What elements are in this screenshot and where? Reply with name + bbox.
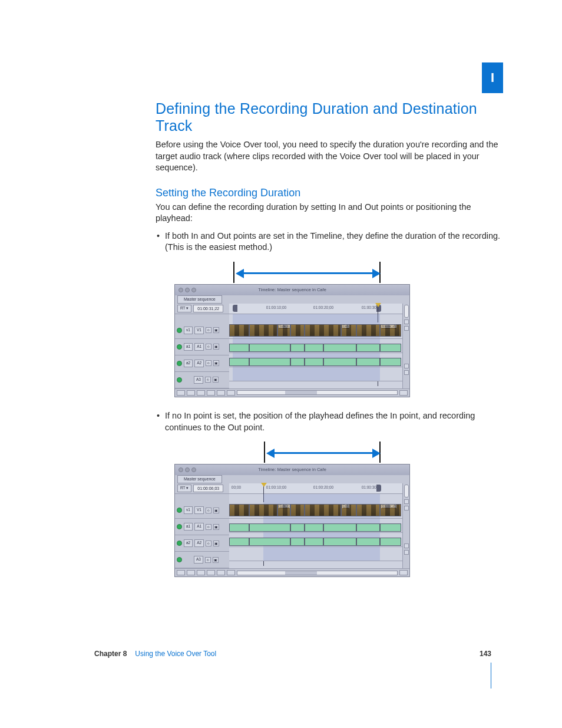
toolbar-button[interactable] <box>177 390 185 396</box>
lock-icon[interactable]: ⎋ <box>206 541 211 546</box>
video-clip[interactable] <box>305 324 341 337</box>
zoom-pill[interactable] <box>404 305 409 318</box>
video-clip[interactable] <box>356 504 380 516</box>
audio-clip[interactable]: Master shot <box>356 523 380 532</box>
audio-clip[interactable]: Debra enters caf <box>323 344 356 352</box>
toolbar-button[interactable] <box>399 570 408 575</box>
audio-track-lane-empty[interactable] <box>229 547 402 561</box>
video-clip[interactable]: Side m <box>277 504 290 516</box>
source-patch[interactable]: a1 <box>184 343 193 351</box>
toolbar-button[interactable] <box>207 570 215 575</box>
audio-clip[interactable]: Debra enters caf <box>323 523 356 532</box>
lock-icon[interactable]: ⎋ <box>206 360 211 366</box>
video-clip[interactable]: Side m <box>277 324 290 337</box>
mute-icon[interactable]: ▣ <box>213 524 219 530</box>
sequence-tab[interactable]: Master sequence <box>177 295 222 303</box>
visibility-toggle[interactable] <box>177 361 182 366</box>
timecode-field[interactable]: 01:00:06;03 <box>193 485 223 492</box>
audio-clip[interactable]: Debra sid <box>290 358 305 366</box>
dest-patch[interactable]: A3 <box>194 556 203 564</box>
audio-clip[interactable]: Debra MS <box>380 344 401 352</box>
rail-button[interactable] <box>404 543 409 548</box>
dest-patch[interactable]: A1 <box>194 523 204 531</box>
visibility-toggle[interactable] <box>177 541 182 546</box>
toolbar-button[interactable] <box>227 390 235 396</box>
lock-icon[interactable]: ⎋ <box>205 557 211 563</box>
out-point-marker[interactable] <box>376 485 381 492</box>
horizontal-scrollbar[interactable] <box>237 571 398 575</box>
lock-icon[interactable]: ⎋ <box>205 377 211 383</box>
video-clip[interactable] <box>249 324 277 337</box>
video-track-lane[interactable]: Side m Deb Master sh <box>229 502 402 519</box>
rt-button[interactable]: RT ▾ <box>177 485 191 492</box>
zoom-pill[interactable] <box>404 485 409 498</box>
audio-clip[interactable]: Side master shot (w <box>249 344 290 352</box>
video-clip[interactable] <box>229 504 249 516</box>
audio-clip[interactable]: Master shot <box>356 538 380 546</box>
dest-patch[interactable]: A3 <box>194 376 203 384</box>
video-clip[interactable] <box>249 504 277 516</box>
audio-clip[interactable]: Debra sidew <box>229 538 249 546</box>
audio-clip[interactable]: Master shot <box>356 358 380 366</box>
audio-clip[interactable]: Side master shot (w <box>249 358 290 366</box>
video-track-lane[interactable]: Side m Deb Master sh <box>229 322 402 339</box>
sequence-tab[interactable]: Master sequence <box>177 475 222 483</box>
mute-icon[interactable]: ▣ <box>213 508 219 513</box>
video-clip[interactable] <box>356 324 380 337</box>
audio-clip[interactable]: Debra enters caf <box>323 538 356 546</box>
audio-clip[interactable]: Debra MS <box>380 358 401 366</box>
mute-icon[interactable]: ▣ <box>213 557 219 563</box>
visibility-toggle[interactable] <box>177 508 182 513</box>
audio-clip[interactable]: Side master shot (w <box>249 523 290 532</box>
visibility-toggle[interactable] <box>177 377 182 383</box>
source-patch[interactable]: v1 <box>184 506 193 514</box>
lock-icon[interactable]: ⎋ <box>206 508 211 513</box>
audio-clip[interactable]: Debra MS <box>380 523 401 532</box>
video-clip[interactable] <box>305 504 341 516</box>
rail-button[interactable] <box>404 506 409 510</box>
toolbar-button[interactable] <box>197 570 205 575</box>
dest-patch[interactable]: A2 <box>194 539 204 547</box>
visibility-toggle[interactable] <box>177 328 182 333</box>
toolbar-button[interactable] <box>227 570 235 575</box>
mute-icon[interactable]: ▣ <box>213 327 219 333</box>
audio-clip[interactable]: Debra sidew <box>229 344 249 352</box>
audio-clip[interactable]: Debra enters caf <box>323 358 356 366</box>
mute-icon[interactable]: ▣ <box>213 344 219 350</box>
rail-button[interactable] <box>404 550 409 555</box>
toolbar-button[interactable] <box>187 390 195 396</box>
rt-button[interactable]: RT ▾ <box>177 305 191 312</box>
rail-button[interactable] <box>404 364 409 368</box>
audio-clip[interactable]: Jacob react <box>305 538 323 546</box>
dest-patch[interactable]: V1 <box>194 327 204 334</box>
video-clip[interactable] <box>290 324 305 337</box>
video-clip[interactable]: Deb <box>341 324 356 337</box>
timecode-field[interactable]: 01:00:31;22 <box>193 305 223 312</box>
audio-clip[interactable]: Debra sid <box>290 538 305 546</box>
toolbar-button[interactable] <box>217 570 225 575</box>
audio-clip[interactable]: Debra sid <box>290 523 305 532</box>
toolbar-button[interactable] <box>197 390 205 396</box>
audio-track-lane[interactable]: Debra sidew Side master shot (w Debra si… <box>229 533 402 547</box>
video-clip[interactable]: Deb <box>341 504 356 516</box>
toolbar-button[interactable] <box>187 570 195 575</box>
visibility-toggle[interactable] <box>177 557 182 562</box>
audio-track-lane[interactable]: Debra sidew Side master shot (w Debra si… <box>229 339 402 353</box>
visibility-toggle[interactable] <box>177 524 182 529</box>
in-point-marker[interactable] <box>233 305 237 312</box>
mute-icon[interactable]: ▣ <box>213 360 219 366</box>
video-clip[interactable] <box>229 324 249 337</box>
audio-clip[interactable]: Debra sidew <box>229 358 249 366</box>
toolbar-button[interactable] <box>217 390 225 396</box>
audio-clip[interactable]: Side master shot (w <box>249 538 290 546</box>
audio-clip[interactable]: Debra MS <box>380 538 401 546</box>
audio-track-lane-empty[interactable] <box>229 367 402 381</box>
source-patch[interactable]: a2 <box>184 360 193 367</box>
audio-clip[interactable]: Jacob react <box>305 344 323 352</box>
video-clip[interactable]: Master sh <box>380 324 401 337</box>
mute-icon[interactable]: ▣ <box>213 541 219 546</box>
horizontal-scrollbar[interactable] <box>237 390 398 395</box>
audio-clip[interactable]: Master shot <box>356 344 380 352</box>
track-area[interactable]: 01:00:10;00 01:00:20;00 01:00:30;0 <box>229 304 402 388</box>
audio-track-lane[interactable]: Debra sidew Side master shot (w Debra si… <box>229 353 402 367</box>
